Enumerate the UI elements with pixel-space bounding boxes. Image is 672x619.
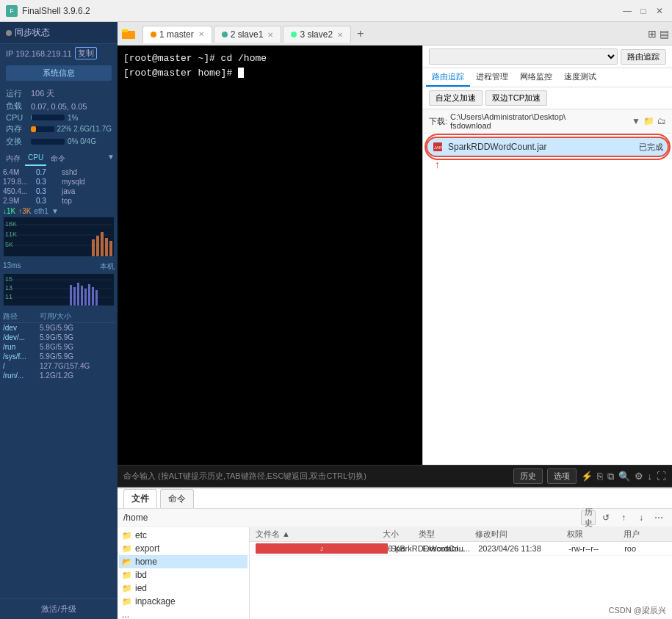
sidebar: 同步状态 IP 192.168.219.11 复制 系统信息 运行 106 天 …	[0, 22, 118, 619]
path-folder-icon[interactable]: 🗂	[657, 116, 666, 126]
file-tab[interactable]: 文件	[123, 489, 157, 508]
folder-icon[interactable]	[120, 26, 137, 42]
tab-slave2[interactable]: 3 slave2 ✕	[283, 26, 351, 43]
path-dropdown-icon[interactable]: ▼	[632, 116, 640, 126]
disk-row: /run/...1.2G/1.2G	[3, 371, 115, 380]
terminal[interactable]: [root@master ~]# cd /home [root@master h…	[118, 46, 422, 465]
file-item-jar[interactable]: JAR SparkRDDWordCount.jar 已完成	[426, 137, 669, 157]
proc-sort-icon[interactable]: ▼	[107, 153, 115, 166]
fp-tree-item-etc[interactable]: 📁 etc	[119, 529, 248, 542]
fp-upload-button[interactable]: ↑	[616, 510, 631, 525]
copy-terminal-icon[interactable]: ⎘	[597, 471, 603, 482]
minimize-button[interactable]: —	[621, 4, 634, 18]
main-container: 同步状态 IP 192.168.219.11 复制 系统信息 运行 106 天 …	[0, 22, 672, 619]
fp-tree-item-inpackage[interactable]: 📁 inpackage	[119, 595, 248, 608]
settings-icon[interactable]: ⚙	[635, 471, 643, 482]
sys-info-button[interactable]: 系统信息	[6, 65, 112, 81]
fp-more-button[interactable]: ⋯	[651, 510, 666, 525]
tab-dot-slave1	[222, 32, 228, 37]
network-chart: 16K 11K 5K	[3, 217, 115, 257]
current-path: /home	[123, 513, 575, 523]
process-table: 6.4M0.7sshd 179.8...0.3mysqld 450.4...0.…	[0, 167, 118, 206]
latency-chart: 15 13 11	[3, 273, 115, 306]
overlay-tab-route[interactable]: 路由追踪	[426, 68, 470, 87]
copy2-icon[interactable]: ⧉	[607, 471, 614, 482]
svg-text:13: 13	[5, 284, 12, 292]
add-tab-button[interactable]: +	[353, 27, 368, 40]
fp-tree-more: ...	[122, 609, 129, 619]
fp-tree-item-ibd[interactable]: 📁 ibd	[119, 568, 248, 582]
options-button[interactable]: 选项	[547, 468, 577, 484]
sync-label: 同步状态	[15, 26, 50, 39]
tab-close-master[interactable]: ✕	[198, 30, 204, 38]
process-row: 450.4...0.3java	[3, 187, 115, 196]
tab-close-slave2[interactable]: ✕	[337, 31, 343, 39]
tab-label-master: 1 master	[159, 29, 194, 40]
proc-tab-cpu[interactable]: CPU	[25, 153, 46, 166]
fp-refresh-button[interactable]: ↺	[599, 510, 613, 525]
fp-tree-item-more[interactable]: ...	[119, 608, 248, 619]
list-layout-icon[interactable]: ▤	[660, 28, 669, 40]
tab-slave1[interactable]: 2 slave1 ✕	[214, 26, 282, 43]
fp-download-button[interactable]: ↓	[634, 510, 648, 525]
fp-tree-item-ied[interactable]: 📁 ied	[119, 582, 248, 595]
fp-tree-item-export[interactable]: 📁 export	[119, 542, 248, 555]
fp-tree-item-home[interactable]: 📂 home	[119, 555, 248, 568]
folder-icon-home: 📂	[122, 557, 132, 567]
load-label: 负载	[6, 101, 28, 112]
copy-button[interactable]: 复制	[75, 47, 97, 59]
fp-file-type: Executabl...	[422, 544, 478, 553]
latency-host: 本机	[100, 261, 115, 272]
tab-master[interactable]: 1 master ✕	[142, 26, 212, 43]
overlay-dropdown[interactable]	[429, 48, 618, 65]
overlay-tab-speed[interactable]: 速度测试	[558, 68, 602, 87]
latency-ms: 13ms	[3, 261, 21, 272]
bilateral-tcp-button[interactable]: 双边TCP加速	[485, 90, 547, 106]
cmd-tab[interactable]: 命令	[160, 489, 194, 508]
overlay-tab-process[interactable]: 进程管理	[470, 68, 514, 87]
fp-file-row[interactable]: J SparkRDDWordCou... 6 KB Executabl... 2…	[250, 542, 672, 556]
proc-tab-mem[interactable]: 内存	[3, 153, 24, 166]
right-panel: 1 master ✕ 2 slave1 ✕ 3 slave2 ✕ + ⊞ ▤	[118, 22, 672, 619]
svg-rect-14	[70, 285, 72, 306]
svg-rect-16	[77, 283, 79, 306]
history-button[interactable]: 历史	[513, 468, 543, 484]
header-modified: 修改时间	[475, 529, 567, 540]
path-folder-open-icon[interactable]: 📁	[643, 116, 654, 126]
fp-tree-label-ibd: ibd	[135, 570, 147, 580]
process-tabs: 内存 CPU 命令 ▼	[0, 151, 118, 167]
upgrade-button[interactable]: 激活/升级	[6, 602, 112, 616]
search-icon[interactable]: 🔍	[618, 471, 630, 482]
overlay-top: 路由追踪	[423, 46, 672, 68]
tab-label-slave1: 2 slave1	[231, 29, 264, 40]
mem-label: 内存	[6, 123, 28, 134]
cpu-bar-container	[31, 115, 65, 120]
latency-section: 13ms 本机 15 13	[0, 260, 118, 309]
download-icon[interactable]: ↓	[648, 471, 653, 482]
overlay-tabs: 路由追踪 进程管理 网络监控 速度测试	[423, 68, 672, 87]
mem-bar	[31, 126, 36, 132]
close-button[interactable]: ✕	[653, 4, 666, 18]
custom-accel-button[interactable]: 自定义加速	[429, 90, 483, 106]
fp-history-button[interactable]: 历史	[581, 510, 596, 525]
overlay-tab-network[interactable]: 网络监控	[514, 68, 558, 87]
net-down: ↓1K	[3, 207, 15, 215]
svg-rect-18	[84, 289, 87, 306]
tab-close-slave1[interactable]: ✕	[267, 31, 273, 39]
fp-table: 📁 etc 📁 export 📂 home 📁 ibd	[118, 527, 672, 619]
mem-bar-container	[31, 126, 54, 132]
title-bar-left: F FinalShell 3.9.6.2	[6, 5, 90, 17]
title-bar: F FinalShell 3.9.6.2 — □ ✕	[0, 0, 672, 22]
fp-file-perm: -rw-r--r--	[568, 544, 624, 553]
lightning-icon[interactable]: ⚡	[581, 471, 593, 482]
svg-rect-21	[95, 290, 98, 306]
grid-layout-icon[interactable]: ⊞	[648, 28, 657, 40]
fp-tree-label-inpackage: inpackage	[135, 596, 176, 607]
fp-tree-label-ied: ied	[135, 583, 147, 593]
route-trace-button[interactable]: 路由追踪	[621, 49, 666, 65]
proc-tab-cmd[interactable]: 命令	[48, 153, 68, 166]
fullscreen-icon[interactable]: ⛶	[657, 471, 666, 482]
disk-section: 路径 可用/大小 /dev5.9G/5.9G /dev/...5.9G/5.9G…	[0, 309, 118, 598]
net-header: ↓1K ↑3K eth1 ▼	[3, 207, 115, 215]
maximize-button[interactable]: □	[637, 4, 650, 18]
